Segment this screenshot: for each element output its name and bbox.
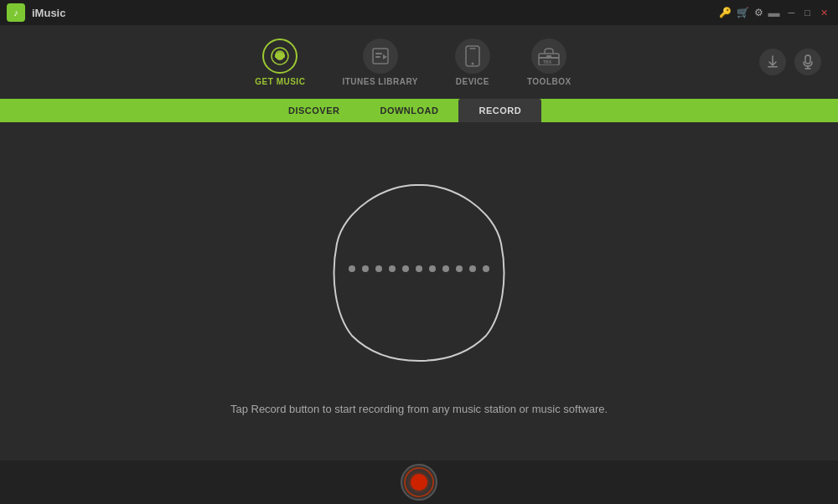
audio-dots bbox=[349, 265, 489, 272]
main-header: GET MUSIC ITUNES LIBRARY DE bbox=[0, 25, 838, 99]
mic-action-button[interactable] bbox=[794, 49, 821, 75]
nav-tab-get-music[interactable]: GET MUSIC bbox=[245, 32, 315, 93]
svg-marker-7 bbox=[383, 54, 387, 59]
itunes-icon bbox=[363, 39, 398, 74]
dot-8 bbox=[442, 265, 449, 272]
blob-visual bbox=[318, 168, 520, 369]
itunes-label: ITUNES LIBRARY bbox=[342, 77, 418, 86]
title-bar-right: 🔑 🛒 ⚙ ▬ ─ □ ✕ bbox=[719, 6, 831, 20]
svg-rect-5 bbox=[375, 53, 382, 54]
battery-icon: ▬ bbox=[768, 6, 780, 19]
key-icon[interactable]: 🔑 bbox=[719, 7, 732, 18]
sub-tab-discover[interactable]: DISCOVER bbox=[268, 99, 360, 122]
maximize-button[interactable]: □ bbox=[801, 6, 814, 20]
window-controls: ─ □ ✕ bbox=[785, 6, 831, 20]
settings-icon[interactable]: ⚙ bbox=[754, 7, 763, 18]
dot-9 bbox=[456, 265, 463, 272]
minimize-button[interactable]: ─ bbox=[785, 6, 799, 20]
sub-tab-download[interactable]: DOWNLOAD bbox=[360, 99, 458, 122]
get-music-label: GET MUSIC bbox=[255, 77, 305, 86]
svg-rect-15 bbox=[768, 66, 778, 68]
nav-tab-itunes-library[interactable]: ITUNES LIBRARY bbox=[332, 32, 428, 93]
dot-1 bbox=[349, 265, 355, 272]
get-music-icon bbox=[262, 39, 297, 74]
device-icon bbox=[455, 39, 490, 74]
nav-tab-toolbox[interactable]: TBX TOOLBOX bbox=[517, 32, 582, 93]
record-hint-text: Tap Record button to start recording fro… bbox=[230, 403, 608, 415]
dot-2 bbox=[362, 265, 369, 272]
dot-5 bbox=[402, 265, 409, 272]
device-label: DEVICE bbox=[456, 77, 489, 86]
nav-tab-device[interactable]: DEVICE bbox=[445, 32, 500, 93]
svg-rect-6 bbox=[375, 56, 380, 58]
dot-3 bbox=[375, 265, 382, 272]
app-title: iMusic bbox=[32, 7, 65, 19]
svg-rect-13 bbox=[546, 55, 551, 59]
svg-rect-16 bbox=[805, 55, 810, 64]
sub-tabs-bar: DISCOVER DOWNLOAD RECORD bbox=[0, 99, 838, 122]
record-button[interactable] bbox=[401, 464, 437, 501]
close-button[interactable]: ✕ bbox=[817, 6, 831, 20]
dot-7 bbox=[429, 265, 436, 272]
toolbox-icon: TBX bbox=[531, 39, 566, 74]
svg-text:TBX: TBX bbox=[543, 59, 552, 64]
dot-4 bbox=[389, 265, 396, 272]
nav-tabs: GET MUSIC ITUNES LIBRARY DE bbox=[67, 32, 759, 93]
app-logo: ♪ bbox=[7, 3, 25, 22]
title-bar: ♪ iMusic 🔑 🛒 ⚙ ▬ ─ □ ✕ bbox=[0, 0, 838, 25]
record-button-ring bbox=[404, 467, 434, 497]
main-content: Tap Record button to start recording fro… bbox=[0, 122, 838, 460]
toolbox-label: TOOLBOX bbox=[527, 77, 572, 86]
dot-10 bbox=[469, 265, 476, 272]
svg-point-9 bbox=[471, 62, 473, 64]
title-bar-left: ♪ iMusic bbox=[7, 3, 65, 22]
header-actions bbox=[759, 49, 821, 75]
download-action-button[interactable] bbox=[759, 49, 786, 75]
cart-icon[interactable]: 🛒 bbox=[737, 7, 749, 18]
bottom-bar bbox=[0, 460, 838, 504]
sub-tab-record[interactable]: RECORD bbox=[458, 99, 541, 122]
dot-11 bbox=[483, 265, 489, 272]
dot-6 bbox=[416, 265, 422, 272]
